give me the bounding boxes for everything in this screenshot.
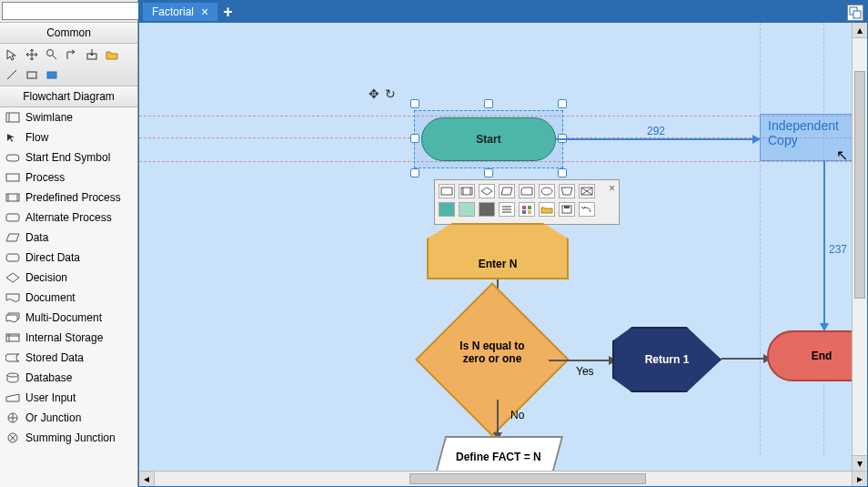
connector[interactable]: [549, 360, 611, 361]
shape-label: Flow: [25, 131, 48, 144]
zoom-tool-icon[interactable]: [44, 46, 60, 63]
popup-palette-icon[interactable]: [519, 202, 535, 217]
shape-label: Document: [25, 291, 76, 304]
shape-startend[interactable]: Start End Symbol: [0, 147, 137, 167]
define-fact-node[interactable]: Define FACT = N: [434, 436, 563, 471]
shape-label: Summing Junction: [25, 431, 116, 444]
shape-summing-junction[interactable]: Summing Junction: [0, 428, 137, 448]
popup-folder-icon[interactable]: [539, 202, 555, 217]
hscroll-thumb[interactable]: [409, 473, 646, 484]
flowchart-header[interactable]: Flowchart Diagram: [0, 86, 137, 107]
popup-shape-card[interactable]: [519, 184, 535, 198]
pointer-tool-icon[interactable]: [4, 46, 20, 63]
connector-tool-icon[interactable]: [64, 46, 80, 63]
drag-arrow: [823, 161, 825, 325]
popup-close-icon[interactable]: ×: [609, 182, 615, 195]
shape-internal-storage[interactable]: Internal Storage: [0, 328, 137, 348]
resize-handle[interactable]: [410, 168, 419, 178]
shape-process[interactable]: Process: [0, 167, 137, 188]
popup-undo-icon[interactable]: [579, 202, 595, 217]
popup-shape-cross[interactable]: [579, 184, 595, 198]
shape-flow[interactable]: Flow: [0, 127, 137, 147]
vscroll-thumb[interactable]: [854, 71, 865, 299]
shape-label: Internal Storage: [25, 331, 103, 344]
shape-user-input[interactable]: User Input: [0, 388, 137, 408]
insert-tool-icon[interactable]: [84, 46, 100, 63]
resize-handle[interactable]: [410, 99, 419, 108]
popup-lines-icon[interactable]: [499, 202, 515, 217]
popup-save-icon[interactable]: [559, 202, 575, 217]
shape-label: Process: [25, 171, 65, 184]
or-junction-icon: [5, 411, 20, 424]
vscroll-track[interactable]: [853, 38, 867, 455]
svg-point-19: [7, 373, 18, 377]
rect-tool-icon[interactable]: [24, 66, 40, 83]
scroll-left-icon[interactable]: ◂: [139, 472, 155, 486]
connector[interactable]: [497, 400, 499, 434]
line-tool-icon[interactable]: [4, 66, 20, 83]
shape-document[interactable]: Document: [0, 288, 137, 308]
move-tool-icon[interactable]: [24, 46, 40, 63]
shape-label: User Input: [25, 391, 76, 404]
resize-handle[interactable]: [558, 168, 567, 178]
popup-color-gray[interactable]: [479, 202, 495, 217]
popup-shape-manual[interactable]: [559, 184, 575, 198]
fill-tool-icon[interactable]: [44, 66, 60, 83]
shape-data[interactable]: Data: [0, 228, 137, 248]
shape-list: Swimlane Flow Start End Symbol Process P…: [0, 107, 137, 487]
drag-arrow: [556, 138, 752, 140]
shape-or-junction[interactable]: Or Junction: [0, 408, 137, 428]
resize-handle[interactable]: [558, 99, 567, 108]
node-drag-handle[interactable]: ✥ ↻: [368, 86, 396, 101]
shape-decision[interactable]: Decision: [0, 268, 137, 288]
edge-label-no: No: [510, 409, 524, 421]
scroll-down-icon[interactable]: ▾: [853, 455, 867, 471]
svg-rect-6: [27, 72, 36, 78]
folder-tool-icon[interactable]: [104, 46, 120, 63]
shape-database[interactable]: Database: [0, 368, 137, 388]
resize-handle[interactable]: [484, 168, 493, 178]
start-node[interactable]: Start: [421, 117, 556, 161]
user-input-icon: [5, 391, 20, 404]
popup-shape-ellipse[interactable]: [539, 184, 555, 198]
window-tool-icon[interactable]: [847, 5, 863, 21]
search-input[interactable]: [2, 2, 144, 20]
shape-swimlane[interactable]: Swimlane: [0, 107, 137, 127]
shape-predef-process[interactable]: Predefined Process: [0, 188, 137, 208]
internal-storage-icon: [5, 331, 20, 344]
popup-shape-rect[interactable]: [439, 184, 455, 198]
alt-process-icon: [5, 211, 20, 224]
popup-shape-para[interactable]: [499, 184, 515, 198]
svg-rect-11: [6, 174, 19, 181]
scroll-right-icon[interactable]: ▸: [852, 472, 867, 486]
database-icon: [5, 371, 20, 384]
vertical-scrollbar[interactable]: ▴ ▾: [852, 23, 867, 471]
popup-shape-predef[interactable]: [459, 184, 475, 198]
guide-line: [760, 23, 761, 455]
svg-rect-27: [853, 11, 861, 18]
summing-junction-icon: [5, 431, 20, 444]
resize-handle[interactable]: [410, 134, 419, 143]
tab-factorial[interactable]: Factorial ×: [143, 3, 217, 21]
return-node[interactable]: Return 1: [612, 327, 722, 392]
canvas[interactable]: ✥ ↻ Start 292: [139, 23, 867, 471]
process-icon: [5, 171, 20, 184]
hscroll-track[interactable]: [155, 472, 852, 486]
tab-close-icon[interactable]: ×: [201, 5, 208, 18]
shape-alt-process[interactable]: Alternate Process: [0, 208, 137, 228]
shape-stored-data[interactable]: Stored Data: [0, 348, 137, 368]
shape-direct-data[interactable]: Direct Data: [0, 248, 137, 268]
popup-color-lightgreen[interactable]: [459, 202, 475, 217]
enter-n-node[interactable]: Enter N: [427, 223, 569, 279]
scroll-up-icon[interactable]: ▴: [853, 23, 867, 38]
svg-line-5: [7, 70, 16, 79]
connector[interactable]: [722, 358, 765, 360]
horizontal-scrollbar[interactable]: ◂ ▸: [139, 471, 867, 486]
tab-add-button[interactable]: +: [217, 3, 238, 22]
popup-color-teal[interactable]: [439, 202, 455, 217]
resize-handle[interactable]: [484, 99, 493, 108]
common-header[interactable]: Common: [0, 23, 137, 44]
shape-multidoc[interactable]: Multi-Document: [0, 308, 137, 328]
popup-shape-diamond[interactable]: [479, 184, 495, 198]
node-label: End: [812, 350, 833, 362]
